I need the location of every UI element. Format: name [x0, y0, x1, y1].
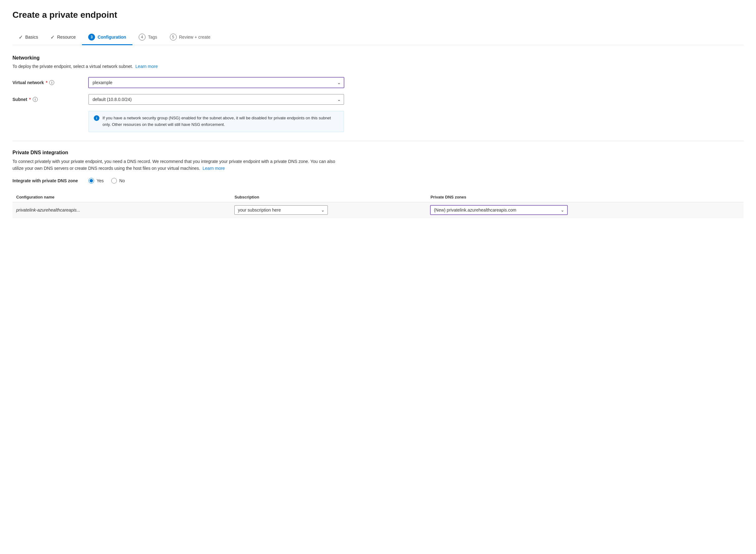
dns-table-head: Configuration name Subscription Private … — [12, 192, 744, 202]
check-icon-basics: ✓ — [19, 34, 23, 40]
virtual-network-label: Virtual network * i — [12, 80, 81, 85]
radio-no-label: No — [119, 178, 125, 183]
dns-section: Private DNS integration To connect priva… — [12, 150, 744, 218]
nsg-info-box: i If you have a network security group (… — [89, 111, 344, 132]
tab-review-label: Review + create — [179, 35, 211, 40]
subscription-cell: your subscription here ⌄ — [231, 202, 427, 218]
subscription-select[interactable]: your subscription here — [234, 205, 328, 215]
nsg-info-icon: i — [94, 115, 99, 121]
table-row: privatelink-azurehealthcareapis... your … — [12, 202, 744, 218]
radio-no-option[interactable]: No — [111, 178, 125, 183]
step-circle-tags: 4 — [139, 34, 146, 41]
dns-col-dns-zones: Private DNS zones — [427, 192, 744, 202]
dns-table-body: privatelink-azurehealthcareapis... your … — [12, 202, 744, 218]
tab-resource[interactable]: ✓ Resource — [44, 31, 82, 45]
dns-zone-cell: (New) privatelink.azurehealthcareapis.co… — [427, 202, 744, 218]
dns-col-subscription: Subscription — [231, 192, 427, 202]
networking-section-title: Networking — [12, 55, 744, 61]
section-divider — [12, 141, 744, 141]
networking-learn-more[interactable]: Learn more — [136, 64, 158, 69]
dns-table: Configuration name Subscription Private … — [12, 192, 744, 218]
dns-zone-select[interactable]: (New) privatelink.azurehealthcareapis.co… — [430, 205, 568, 215]
tab-configuration[interactable]: 3 Configuration — [82, 30, 132, 45]
tab-tags[interactable]: 4 Tags — [132, 30, 164, 45]
networking-section-desc: To deploy the private endpoint, select a… — [12, 63, 744, 70]
tab-configuration-label: Configuration — [98, 35, 126, 40]
vnet-info-icon[interactable]: i — [49, 80, 54, 85]
integrate-dns-radio-group: Yes No — [89, 178, 125, 183]
step-circle-configuration: 3 — [88, 34, 95, 41]
page-title: Create a private endpoint — [12, 10, 744, 20]
dns-section-title: Private DNS integration — [12, 150, 744, 156]
wizard-tabs: ✓ Basics ✓ Resource 3 Configuration 4 Ta… — [12, 30, 744, 45]
nsg-info-text: If you have a network security group (NS… — [103, 115, 339, 128]
integrate-dns-label: Integrate with private DNS zone — [12, 178, 81, 183]
tab-basics-label: Basics — [25, 35, 38, 40]
tab-basics[interactable]: ✓ Basics — [12, 31, 44, 45]
dns-section-desc: To connect privately with your private e… — [12, 158, 343, 172]
radio-yes-option[interactable]: Yes — [89, 178, 104, 183]
tab-resource-label: Resource — [57, 35, 76, 40]
virtual-network-select-wrapper: plexample ⌄ — [89, 77, 344, 88]
check-icon-resource: ✓ — [51, 34, 55, 40]
tab-review[interactable]: 5 Review + create — [164, 30, 217, 45]
subnet-select[interactable]: default (10.8.0.0/24) — [89, 94, 344, 105]
vnet-required-star: * — [46, 80, 47, 85]
subnet-required-star: * — [29, 97, 31, 102]
tab-tags-label: Tags — [148, 35, 157, 40]
radio-yes-label: Yes — [97, 178, 104, 183]
step-circle-review: 5 — [170, 34, 177, 41]
networking-section: Networking To deploy the private endpoin… — [12, 55, 744, 132]
integrate-dns-row: Integrate with private DNS zone Yes No — [12, 178, 744, 183]
radio-no-input[interactable] — [111, 178, 117, 183]
subnet-row: Subnet * i default (10.8.0.0/24) ⌄ — [12, 94, 744, 105]
virtual-network-select[interactable]: plexample — [89, 77, 344, 88]
subscription-select-wrapper: your subscription here ⌄ — [234, 205, 328, 215]
subnet-label: Subnet * i — [12, 97, 81, 102]
dns-zone-select-wrapper: (New) privatelink.azurehealthcareapis.co… — [430, 205, 568, 215]
subnet-info-icon[interactable]: i — [33, 97, 38, 102]
dns-learn-more[interactable]: Learn more — [203, 166, 225, 171]
dns-col-config-name: Configuration name — [12, 192, 231, 202]
radio-yes-input[interactable] — [89, 178, 94, 183]
subnet-select-wrapper: default (10.8.0.0/24) ⌄ — [89, 94, 344, 105]
config-name-cell: privatelink-azurehealthcareapis... — [12, 202, 231, 218]
virtual-network-row: Virtual network * i plexample ⌄ — [12, 77, 744, 88]
